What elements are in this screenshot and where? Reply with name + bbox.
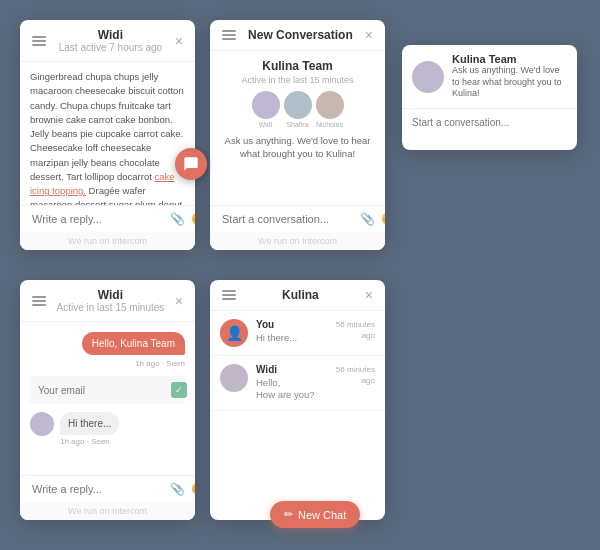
chat-widget-new-conversation: New Conversation × Kulina Team Active in… — [210, 20, 385, 250]
card4-sent-time: 1h ago · Seen — [30, 359, 185, 368]
card5-title-block: Kulina — [236, 288, 365, 302]
card4-menu-icon[interactable] — [32, 296, 46, 306]
card4-attachment-icon[interactable]: 📎 — [170, 482, 185, 496]
card1-close-button[interactable]: × — [175, 34, 183, 48]
card2-title-block: New Conversation — [236, 28, 365, 42]
card2-start-input[interactable] — [222, 213, 360, 225]
menu-icon[interactable] — [32, 36, 46, 46]
card2-header: New Conversation × — [210, 20, 385, 51]
avatar-shafira — [284, 91, 312, 119]
card2-powered-by: We run on Intercom — [210, 232, 385, 250]
card1-link[interactable]: cake icing topping. — [30, 171, 175, 196]
card4-emoji-icon[interactable]: 😊 — [191, 482, 195, 496]
card4-footer: 📎 😊 — [20, 475, 195, 502]
card4-received-bubble: Hi there... — [60, 412, 119, 435]
card1-header: Widi Last active 7 hours ago × — [20, 20, 195, 62]
card4-email-input[interactable] — [38, 385, 165, 396]
card2-team-status: Active in the last 15 minutes — [241, 75, 353, 85]
card4-received-avatar — [30, 412, 54, 436]
edit-icon: ✏ — [284, 508, 293, 521]
card4-header-left — [32, 296, 46, 306]
card3-agent-name: Kulina Team — [452, 53, 567, 65]
conv-avatar-you: 👤 — [220, 319, 248, 347]
chat-fab-button[interactable] — [175, 148, 207, 180]
card5-header: Kulina × — [210, 280, 385, 311]
card4-close-button[interactable]: × — [175, 294, 183, 308]
card2-footer: 📎 😊 — [210, 205, 385, 232]
card4-powered-by: We run on Intercom — [20, 502, 195, 520]
conversation-item-widi[interactable]: Widi Hello,How are you? 56 minutes ago — [210, 356, 385, 411]
card5-conversation-list: 👤 You Hi there... 56 minutes ago Widi He… — [210, 311, 385, 520]
emoji-icon[interactable]: 😊 — [191, 212, 195, 226]
card4-agent-status: Active in last 15 minutes — [46, 302, 175, 313]
card1-reply-input[interactable] — [32, 213, 170, 225]
card2-menu-icon[interactable] — [222, 30, 236, 40]
card2-agent-nicholas: Nicholas — [316, 91, 344, 128]
person-icon: 👤 — [226, 325, 243, 341]
card1-body: Gingerbread chupa chups jelly macaroon c… — [20, 62, 195, 205]
attachment-icon[interactable]: 📎 — [170, 212, 185, 226]
card4-received-time: 1h ago · Seen — [60, 437, 119, 446]
card3-agent-desc: Ask us anything. We'd love to hear what … — [452, 65, 567, 100]
card4-messages: Hello, Kulina Team 1h ago · Seen — [30, 332, 185, 376]
card4-header: Widi Active in last 15 minutes × — [20, 280, 195, 322]
card2-team-section: Kulina Team Active in the last 15 minute… — [210, 51, 385, 165]
card5-header-left — [222, 290, 236, 300]
check-icon: ✓ — [175, 386, 183, 395]
avatar-shafira-name: Shafira — [284, 121, 312, 128]
card4-received-message: Hi there... 1h ago · Seen — [30, 412, 185, 446]
chat-widget-conversations: Kulina × 👤 You Hi there... 56 minutes ag… — [210, 280, 385, 520]
conv-msg-you: Hi there... — [256, 332, 328, 344]
new-chat-label: New Chat — [298, 509, 346, 521]
card4-agent-name: Widi — [46, 288, 175, 302]
chat-fab-icon — [183, 156, 199, 172]
card2-emoji-icon[interactable]: 😊 — [381, 212, 385, 226]
chat-widget-mini-popup: Kulina Team Ask us anything. We'd love t… — [402, 45, 577, 150]
card4-body: Hello, Kulina Team 1h ago · Seen ✓ Hi th… — [20, 322, 195, 475]
card5-menu-icon[interactable] — [222, 290, 236, 300]
card2-header-left — [222, 30, 236, 40]
chat-widget-reply: Widi Active in last 15 minutes × Hello, … — [20, 280, 195, 520]
card2-team-description: Ask us anything. We'd love to hear what … — [210, 134, 385, 161]
card1-footer-icons: 📎 😊 — [170, 212, 195, 226]
chat-widget-existing: Widi Last active 7 hours ago × Gingerbre… — [20, 20, 195, 250]
avatar-widi-name: Widi — [252, 121, 280, 128]
conversation-item-you[interactable]: 👤 You Hi there... 56 minutes ago — [210, 311, 385, 356]
card1-agent-name: Widi — [46, 28, 175, 42]
card4-email-section: ✓ — [30, 376, 185, 404]
card2-footer-icons: 📎 😊 — [360, 212, 385, 226]
card2-body: Kulina Team Active in the last 15 minute… — [210, 51, 385, 205]
card2-close-button[interactable]: × — [365, 28, 373, 42]
avatar-nicholas-name: Nicholas — [316, 121, 344, 128]
card1-powered-by: We run on Intercom — [20, 232, 195, 250]
card2-agent-widi: Widi — [252, 91, 280, 128]
conv-time-you: 56 minutes ago — [336, 319, 375, 341]
card2-team-avatars: Widi Shafira Nicholas — [252, 91, 344, 128]
card5-close-button[interactable]: × — [365, 288, 373, 302]
card4-footer-icons: 📎 😊 — [170, 482, 195, 496]
conv-msg-widi: Hello,How are you? — [256, 377, 328, 402]
card4-reply-input[interactable] — [32, 483, 170, 495]
conv-content-widi: Widi Hello,How are you? — [256, 364, 328, 402]
card3-start-input[interactable] — [402, 109, 577, 136]
card1-title-block: Widi Last active 7 hours ago — [46, 28, 175, 53]
avatar-widi — [252, 91, 280, 119]
conv-avatar-widi — [220, 364, 248, 392]
card1-message-text: Gingerbread chupa chups jelly macaroon c… — [30, 70, 185, 205]
conv-name-you: You — [256, 319, 328, 330]
card4-sent-message: Hello, Kulina Team — [82, 332, 185, 355]
card5-title: Kulina — [236, 288, 365, 302]
card4-received-content: Hi there... 1h ago · Seen — [60, 412, 119, 446]
card3-header-text: Kulina Team Ask us anything. We'd love t… — [452, 53, 567, 100]
card2-team-name: Kulina Team — [262, 59, 332, 73]
card1-footer: 📎 😊 — [20, 205, 195, 232]
new-chat-button[interactable]: ✏ New Chat — [270, 501, 360, 528]
email-check-button[interactable]: ✓ — [171, 382, 187, 398]
card1-header-left — [32, 36, 46, 46]
card1-agent-status: Last active 7 hours ago — [46, 42, 175, 53]
conv-content-you: You Hi there... — [256, 319, 328, 344]
conv-name-widi: Widi — [256, 364, 328, 375]
card3-avatar — [412, 61, 444, 93]
card3-header: Kulina Team Ask us anything. We'd love t… — [402, 45, 577, 109]
card2-attachment-icon[interactable]: 📎 — [360, 212, 375, 226]
